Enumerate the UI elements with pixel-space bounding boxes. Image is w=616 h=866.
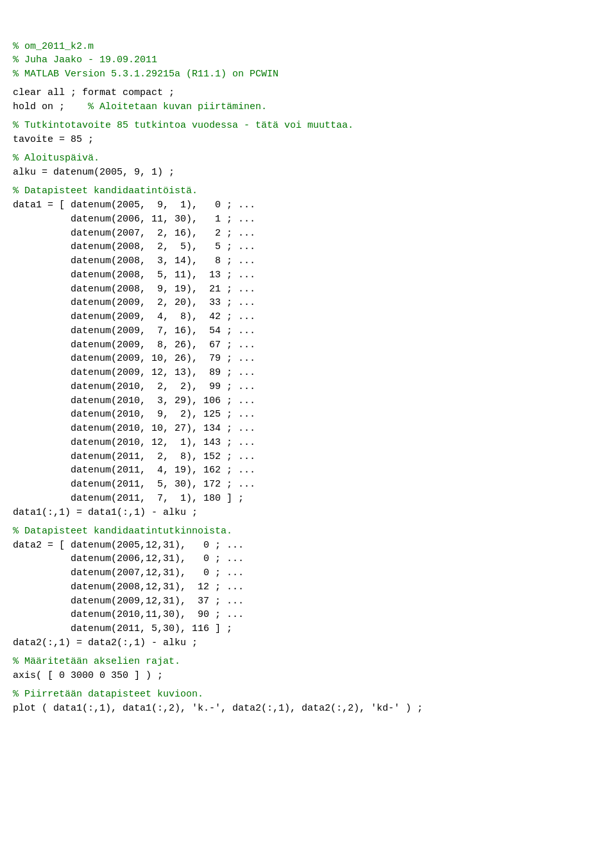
code-line: datenum(2011, 5,30), 116 ] ;	[13, 622, 603, 636]
code-line: datenum(2009, 10, 26), 79 ; ...	[13, 352, 603, 366]
code-line: datenum(2010, 2, 2), 99 ; ...	[13, 380, 603, 394]
code-line	[13, 82, 603, 87]
code-line	[13, 180, 603, 185]
code-line: datenum(2008, 5, 11), 13 ; ...	[13, 268, 603, 282]
code-line: datenum(2008, 3, 14), 8 ; ...	[13, 254, 603, 268]
code-line: datenum(2008, 9, 19), 21 ; ...	[13, 282, 603, 297]
code-line: datenum(2009, 8, 26), 67 ; ...	[13, 338, 603, 352]
code-line: data2(:,1) = data2(:,1) - alku ;	[13, 636, 603, 650]
code-line	[13, 147, 603, 152]
code-line: plot ( data1(:,1), data1(:,2), 'k.-', da…	[13, 702, 603, 716]
code-line: datenum(2008, 2, 5), 5 ; ...	[13, 240, 603, 254]
code-line: datenum(2009, 12, 13), 89 ; ...	[13, 366, 603, 380]
code-line: datenum(2007,12,31), 0 ; ...	[13, 566, 603, 580]
code-line: data1 = [ datenum(2005, 9, 1), 0 ; ...	[13, 198, 603, 212]
code-line: alku = datenum(2005, 9, 1) ;	[13, 166, 603, 180]
code-line: datenum(2010, 3, 29), 106 ; ...	[13, 394, 603, 408]
code-line: datenum(2009, 2, 20), 33 ; ...	[13, 296, 603, 310]
code-line: % Datapisteet kandidaatintutkinnoista.	[13, 524, 603, 539]
code-line: datenum(2006,12,31), 0 ; ...	[13, 552, 603, 566]
code-line: datenum(2009, 4, 8), 42 ; ...	[13, 310, 603, 324]
code-line: datenum(2006, 11, 30), 1 ; ...	[13, 212, 603, 227]
code-line: datenum(2010,11,30), 90 ; ...	[13, 608, 603, 622]
code-line: clear all ; format compact ;	[13, 86, 603, 100]
code-line: tavoite = 85 ;	[13, 133, 603, 147]
code-line: % Datapisteet kandidaatintöistä.	[13, 184, 603, 198]
code-line	[13, 519, 603, 524]
code-line: datenum(2011, 7, 1), 180 ] ;	[13, 492, 603, 506]
code-line: hold on ; % Aloitetaan kuvan piirtäminen…	[13, 100, 603, 114]
code-line: data2 = [ datenum(2005,12,31), 0 ; ...	[13, 539, 603, 553]
code-line: % Piirretään datapisteet kuvioon.	[13, 688, 603, 702]
code-line: datenum(2007, 2, 16), 2 ; ...	[13, 227, 603, 241]
code-line: datenum(2010, 12, 1), 143 ; ...	[13, 436, 603, 450]
code-line: datenum(2010, 10, 27), 134 ; ...	[13, 422, 603, 436]
code-line: datenum(2009,12,31), 37 ; ...	[13, 594, 603, 609]
code-line: datenum(2009, 7, 16), 54 ; ...	[13, 324, 603, 338]
code-line	[13, 114, 603, 119]
code-line: % Aloituspäivä.	[13, 152, 603, 166]
code-line: % Tutkintotavoite 85 tutkintoa vuodessa …	[13, 119, 603, 133]
code-line: datenum(2011, 2, 8), 152 ; ...	[13, 450, 603, 464]
code-line: % Juha Jaako - 19.09.2011	[13, 53, 603, 67]
code-line: % om_2011_k2.m	[13, 40, 603, 54]
code-line: axis( [ 0 3000 0 350 ] ) ;	[13, 669, 603, 683]
code-line: datenum(2010, 9, 2), 125 ; ...	[13, 408, 603, 422]
code-editor: % om_2011_k2.m% Juha Jaako - 19.09.2011%…	[13, 12, 603, 729]
code-line: % Määritetään akselien rajat.	[13, 655, 603, 669]
code-line: data1(:,1) = data1(:,1) - alku ;	[13, 506, 603, 520]
code-line: datenum(2008,12,31), 12 ; ...	[13, 580, 603, 594]
code-line: % MATLAB Version 5.3.1.29215a (R11.1) on…	[13, 67, 603, 82]
code-line: datenum(2011, 4, 19), 162 ; ...	[13, 463, 603, 478]
code-line: datenum(2011, 5, 30), 172 ; ...	[13, 478, 603, 492]
code-line	[13, 650, 603, 655]
code-line	[13, 683, 603, 688]
